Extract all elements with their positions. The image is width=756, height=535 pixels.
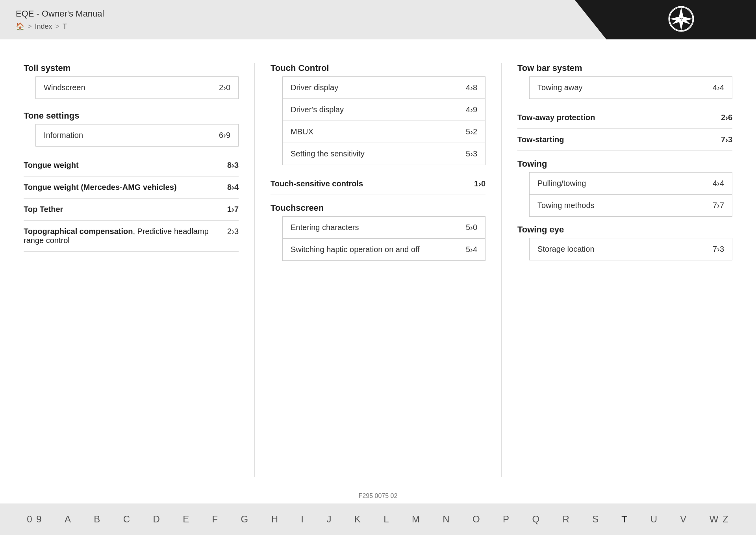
section-touchscreen: Touchscreen <box>271 203 485 213</box>
alpha-WZ[interactable]: W Z <box>706 512 732 526</box>
header-right <box>575 0 756 39</box>
touch-control-items: Driver display 4›8 Driver's display 4›9 … <box>282 76 485 165</box>
page-number: 4›9 <box>466 105 477 114</box>
item-label: Touch-sensitive controls <box>271 179 474 188</box>
item-label: Pulling/towing <box>537 179 586 188</box>
alpha-D[interactable]: D <box>150 512 163 526</box>
alpha-H[interactable]: H <box>268 512 282 526</box>
page-number: 1›0 <box>474 179 485 188</box>
page-number: 4›4 <box>713 83 724 92</box>
top-tether-row: Top Tether 1›7 <box>24 199 239 221</box>
item-label: Tow-starting <box>517 135 721 144</box>
item-label: Entering characters <box>291 223 359 232</box>
alpha-F[interactable]: F <box>209 512 222 526</box>
manual-title: EQE - Owner's Manual <box>16 9 104 19</box>
topographical-row: Topographical compensation, Predictive h… <box>24 221 239 252</box>
tow-away-protection-row: Tow-away protection 2›6 <box>517 107 732 129</box>
page-number: 7›3 <box>713 245 724 254</box>
alpha-P[interactable]: P <box>500 512 513 526</box>
page-number: 4›8 <box>466 83 477 92</box>
breadcrumb-current: T <box>63 22 67 31</box>
item-label: Setting the sensitivity <box>291 149 365 158</box>
alpha-N[interactable]: N <box>439 512 453 526</box>
item-label: Switching haptic operation on and off <box>291 245 420 254</box>
column-1: Toll system Windscreen 2›0 Tone settings… <box>24 63 255 477</box>
list-item: Switching haptic operation on and off 5›… <box>283 239 485 260</box>
list-item: Towing methods 7›7 <box>530 195 732 216</box>
page-number: 5›0 <box>466 223 477 232</box>
footer-code: F295 0075 02 <box>0 492 756 503</box>
alpha-C[interactable]: C <box>120 512 134 526</box>
section-toll-system: Toll system <box>24 63 239 73</box>
tow-bar-items: Towing away 4›4 <box>529 76 732 99</box>
page-number: 1›7 <box>227 205 239 214</box>
alpha-V[interactable]: V <box>677 512 690 526</box>
section-tone-settings: Tone settings <box>24 111 239 121</box>
page-number: 2›6 <box>721 113 732 122</box>
page-number: 4›4 <box>713 179 724 188</box>
page-number: 8›4 <box>227 183 239 192</box>
alpha-T[interactable]: T <box>619 512 632 526</box>
touchscreen-items: Entering characters 5›0 Switching haptic… <box>282 216 485 261</box>
alpha-E[interactable]: E <box>180 512 193 526</box>
tongue-weight-row: Tongue weight 8›3 <box>24 154 239 176</box>
list-item: MBUX 5›2 <box>283 121 485 143</box>
alpha-L[interactable]: L <box>380 512 393 526</box>
section-touch-control: Touch Control <box>271 63 485 73</box>
alpha-M[interactable]: M <box>409 512 424 526</box>
list-item: Towing away 4›4 <box>530 77 732 98</box>
item-label: Information <box>44 131 83 140</box>
header-left: EQE - Owner's Manual 🏠 > Index > T <box>0 2 120 37</box>
tone-settings-items: Information 6›9 <box>35 124 239 147</box>
item-label: Tongue weight <box>24 161 227 170</box>
item-label: Driver's display <box>291 105 344 114</box>
alpha-K[interactable]: K <box>351 512 365 526</box>
alpha-09[interactable]: 0 9 <box>24 512 45 526</box>
list-item: Pulling/towing 4›4 <box>530 173 732 195</box>
tow-starting-row: Tow-starting 7›3 <box>517 129 732 151</box>
alphabet-nav-inner: 0 9 A B C D E F G H I J K L M N O P Q R … <box>16 512 740 526</box>
alpha-I[interactable]: I <box>298 512 308 526</box>
item-label: Tow-away protection <box>517 113 721 122</box>
list-item: Setting the sensitivity 5›3 <box>283 143 485 165</box>
list-item: Information 6›9 <box>36 124 238 146</box>
alpha-Q[interactable]: Q <box>529 512 543 526</box>
mercedes-star-icon <box>667 5 695 34</box>
alpha-R[interactable]: R <box>559 512 573 526</box>
sep2: > <box>56 22 60 31</box>
columns-container: Toll system Windscreen 2›0 Tone settings… <box>24 63 732 477</box>
page-number: 5›2 <box>466 127 477 136</box>
page-number: 2›3 <box>227 227 239 236</box>
header-triangle <box>575 0 606 39</box>
list-item: Entering characters 5›0 <box>283 217 485 239</box>
alpha-U[interactable]: U <box>647 512 661 526</box>
towing-eye-items: Storage location 7›3 <box>529 238 732 260</box>
section-towing: Towing <box>517 159 732 169</box>
alpha-B[interactable]: B <box>91 512 104 526</box>
list-item: Driver display 4›8 <box>283 77 485 99</box>
item-label: MBUX <box>291 127 313 136</box>
alpha-G[interactable]: G <box>238 512 252 526</box>
alpha-S[interactable]: S <box>589 512 602 526</box>
item-label: Towing methods <box>537 201 595 210</box>
section-tow-bar: Tow bar system <box>517 63 732 73</box>
column-3: Tow bar system Towing away 4›4 Tow-away … <box>517 63 732 477</box>
item-label: Storage location <box>537 245 595 254</box>
sep1: > <box>28 22 32 31</box>
page-number: 5›4 <box>466 245 477 254</box>
alpha-J[interactable]: J <box>323 512 335 526</box>
item-label: Towing away <box>537 83 583 92</box>
mercedes-logo-area <box>606 0 756 39</box>
page-number: 2›0 <box>219 83 230 92</box>
home-icon[interactable]: 🏠 <box>16 22 24 31</box>
item-label: Top Tether <box>24 205 227 214</box>
alpha-A[interactable]: A <box>61 512 75 526</box>
alphabet-nav: 0 9 A B C D E F G H I J K L M N O P Q R … <box>0 503 756 535</box>
main-content: Toll system Windscreen 2›0 Tone settings… <box>0 39 756 492</box>
breadcrumb-index[interactable]: Index <box>35 22 52 31</box>
list-item: Driver's display 4›9 <box>283 99 485 121</box>
alpha-O[interactable]: O <box>469 512 484 526</box>
list-item: Windscreen 2›0 <box>36 77 238 98</box>
section-towing-eye: Towing eye <box>517 225 732 235</box>
column-2: Touch Control Driver display 4›8 Driver'… <box>271 63 502 477</box>
